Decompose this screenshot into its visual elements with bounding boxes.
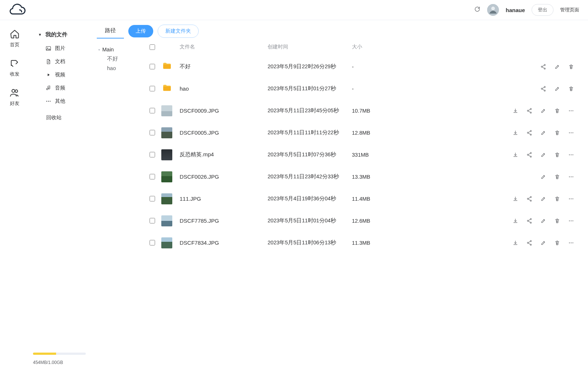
table-row[interactable]: 111.JPG2023年5月4日19时36分04秒11.4MB <box>139 187 588 209</box>
file-size: 331MB <box>352 152 425 158</box>
avatar[interactable] <box>487 4 499 16</box>
download-icon[interactable] <box>512 152 518 158</box>
table-row[interactable]: DSCF0009.JPG2023年5月11日23时45分05秒10.7MB <box>139 99 588 121</box>
path-root-label: Main <box>102 47 114 52</box>
table-row[interactable]: DSCF7834.JPG2023年5月5日11时06分13秒11.3MB <box>139 232 588 254</box>
nav-home[interactable]: 首页 <box>10 29 20 48</box>
file-size: 11.4MB <box>352 196 425 202</box>
more-icon[interactable] <box>568 218 574 224</box>
nav-friends[interactable]: 好友 <box>10 88 20 107</box>
delete-icon[interactable] <box>554 152 560 158</box>
file-size: - <box>352 64 425 70</box>
table-row[interactable]: DSCF7785.JPG2023年5月5日11时01分04秒12.6MB <box>139 209 588 232</box>
chevron-down-icon: ▾ <box>98 48 100 52</box>
sidebar-cat-doc[interactable]: 文档 <box>29 55 92 68</box>
download-icon[interactable] <box>512 196 518 202</box>
row-checkbox[interactable] <box>150 86 155 91</box>
share-icon[interactable] <box>526 218 532 224</box>
share-icon[interactable] <box>526 130 532 136</box>
more-icon[interactable] <box>568 130 574 136</box>
row-checkbox[interactable] <box>150 64 155 69</box>
share-icon[interactable] <box>540 86 546 92</box>
table-row[interactable]: 反恐精英.mp42023年5月5日11时07分36秒331MB <box>139 143 588 165</box>
delete-icon[interactable] <box>554 108 560 114</box>
delete-icon[interactable] <box>554 218 560 224</box>
row-checkbox[interactable] <box>150 174 155 179</box>
refresh-icon[interactable] <box>474 6 481 14</box>
row-checkbox[interactable] <box>150 108 155 113</box>
edit-icon[interactable] <box>540 152 546 158</box>
storage-bar <box>33 353 86 355</box>
row-checkbox[interactable] <box>150 218 155 223</box>
file-created: 2023年5月5日11时07分36秒 <box>268 151 352 158</box>
more-icon[interactable] <box>568 152 574 158</box>
delete-icon[interactable] <box>554 240 560 246</box>
select-all-checkbox[interactable] <box>150 44 155 50</box>
more-icon[interactable] <box>568 108 574 114</box>
upload-button[interactable]: 上传 <box>128 25 153 37</box>
edit-icon[interactable] <box>554 64 560 70</box>
path-tab[interactable]: 路径 <box>97 24 124 39</box>
file-thumbnail <box>161 127 172 138</box>
more-icon[interactable] <box>568 174 574 180</box>
share-icon[interactable] <box>526 196 532 202</box>
logout-button[interactable]: 登出 <box>532 4 554 16</box>
path-node[interactable]: 不好 <box>98 54 139 64</box>
sidebar-cat-video[interactable]: 视频 <box>29 68 92 81</box>
table-row[interactable]: DSCF0005.JPG2023年5月11日11时11分22秒12.8MB <box>139 121 588 143</box>
download-icon[interactable] <box>512 240 518 246</box>
file-thumbnail <box>161 215 172 226</box>
path-node-main[interactable]: ▾ Main <box>98 45 139 54</box>
share-icon[interactable] <box>526 240 532 246</box>
delete-icon[interactable] <box>554 196 560 202</box>
table-row[interactable]: 不好2023年5月9日22时26分29秒- <box>139 55 588 77</box>
delete-icon[interactable] <box>554 130 560 136</box>
table-row[interactable]: DSCF0026.JPG2023年5月11日23时42分33秒13.3MB <box>139 165 588 187</box>
home-icon <box>10 29 20 39</box>
delete-icon[interactable] <box>554 174 560 180</box>
nav-friends-label: 好友 <box>10 100 19 107</box>
edit-icon[interactable] <box>554 86 560 92</box>
file-thumbnail <box>161 193 172 204</box>
edit-icon[interactable] <box>540 174 546 180</box>
document-icon <box>45 59 51 65</box>
file-name: DSCF0009.JPG <box>180 108 268 114</box>
sidebar-trash[interactable]: 回收站 <box>29 108 92 125</box>
edit-icon[interactable] <box>540 240 546 246</box>
new-folder-button[interactable]: 新建文件夹 <box>158 25 199 38</box>
storage-text: 454MB/1.00GB <box>29 358 92 365</box>
file-name: DSCF0026.JPG <box>180 174 268 180</box>
more-icon[interactable] <box>568 196 574 202</box>
row-checkbox[interactable] <box>150 240 155 245</box>
app-logo[interactable] <box>9 1 26 19</box>
path-node[interactable]: hao <box>98 64 139 73</box>
file-created: 2023年5月11日23时45分05秒 <box>268 107 352 114</box>
row-checkbox[interactable] <box>150 130 155 135</box>
download-icon[interactable] <box>512 108 518 114</box>
caret-down-icon: ▼ <box>38 33 42 37</box>
sidebar-cat-audio[interactable]: 音频 <box>29 81 92 95</box>
row-checkbox[interactable] <box>150 152 155 157</box>
download-icon[interactable] <box>512 130 518 136</box>
share-icon[interactable] <box>540 64 546 70</box>
file-name: DSCF0005.JPG <box>180 130 268 136</box>
admin-link[interactable]: 管理页面 <box>560 7 579 13</box>
sidebar-cat-image[interactable]: 图片 <box>29 42 92 55</box>
edit-icon[interactable] <box>540 196 546 202</box>
image-icon <box>45 45 51 51</box>
edit-icon[interactable] <box>540 130 546 136</box>
sidebar-cat-other[interactable]: 其他 <box>29 95 92 108</box>
share-icon[interactable] <box>526 108 532 114</box>
download-icon[interactable] <box>512 218 518 224</box>
more-icon[interactable] <box>568 240 574 246</box>
delete-icon[interactable] <box>568 86 574 92</box>
edit-icon[interactable] <box>540 218 546 224</box>
table-row[interactable]: hao2023年5月5日11时01分27秒- <box>139 77 588 99</box>
edit-icon[interactable] <box>540 108 546 114</box>
nav-transfer[interactable]: 收发 <box>10 58 20 77</box>
row-checkbox[interactable] <box>150 196 155 201</box>
file-thumbnail <box>161 237 172 248</box>
share-icon[interactable] <box>526 152 532 158</box>
delete-icon[interactable] <box>568 64 574 70</box>
sidebar-my-files[interactable]: ▼ 我的文件 <box>29 28 92 42</box>
